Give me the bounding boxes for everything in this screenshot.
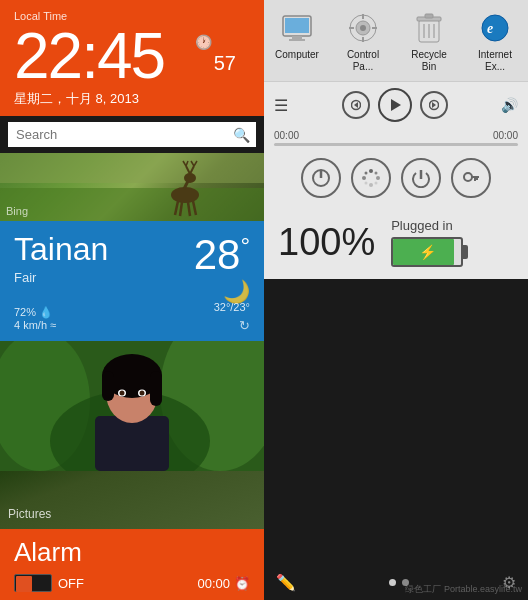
control-panel-label: Control Pa...	[338, 49, 388, 73]
time-total: 00:00	[493, 130, 518, 141]
dot-indicator-1	[389, 579, 396, 586]
weather-temp-unit: °	[240, 232, 250, 259]
svg-point-58	[362, 176, 366, 180]
control-buttons	[264, 150, 528, 206]
svg-rect-0	[0, 153, 264, 183]
svg-marker-50	[391, 99, 401, 111]
pictures-background	[0, 341, 264, 529]
weather-wind: 4 km/h ≈	[14, 319, 56, 331]
control-panel-icon-image	[345, 10, 381, 46]
svg-point-35	[360, 25, 366, 31]
key-button[interactable]	[451, 158, 491, 198]
weather-humidity: 72% 💧	[14, 306, 56, 319]
search-input[interactable]	[8, 122, 256, 147]
recycle-bin-icon[interactable]: Recycle Bin	[404, 10, 454, 73]
computer-icon[interactable]: Computer	[272, 10, 322, 73]
svg-point-28	[140, 391, 145, 396]
clock-date: 星期二，十月 8, 2013	[14, 90, 250, 108]
right-panel: Computer Control Pa...	[264, 0, 528, 600]
dark-section: ✏️ ⚙ 绿色工厂 Portable.easylife.tw	[264, 279, 528, 600]
battery-tip	[463, 245, 468, 259]
alarm-time: 00:00 ⏰	[197, 576, 250, 591]
recycle-bin-label: Recycle Bin	[404, 49, 454, 73]
svg-point-59	[375, 172, 378, 175]
pictures-tile: Pictures	[0, 341, 264, 529]
computer-label: Computer	[275, 49, 319, 61]
weather-tile: Tainan Fair 28° 🌙 32°/23° 72% 💧 4 km/h ≈…	[0, 221, 264, 341]
svg-marker-52	[432, 102, 436, 108]
playlist-icon[interactable]: ☰	[274, 96, 288, 115]
alarm-time-value: 00:00	[197, 576, 230, 591]
alarm-title: Alarm	[14, 537, 250, 568]
svg-rect-32	[289, 39, 305, 41]
battery-percentage: 100%	[278, 221, 375, 264]
svg-rect-39	[372, 27, 377, 29]
power-standby-button[interactable]	[301, 158, 341, 198]
alarm-toggle[interactable]: OFF	[14, 574, 84, 592]
alarm-row: OFF 00:00 ⏰	[14, 574, 250, 592]
svg-rect-30	[285, 18, 309, 33]
weather-range: 32°/23°	[214, 301, 250, 313]
search-bar: 🔍	[0, 116, 264, 153]
progress-bar[interactable]	[274, 143, 518, 146]
svg-rect-36	[362, 14, 364, 19]
power-off-button[interactable]	[401, 158, 441, 198]
time-elapsed: 00:00	[274, 130, 299, 141]
battery-status: Plugged in	[391, 218, 463, 233]
left-panel: Local Time 22:45 🕐 57 星期二，十月 8, 2013 🔍	[0, 0, 264, 600]
control-panel-icon[interactable]: Control Pa...	[338, 10, 388, 73]
battery-body: ⚡	[391, 237, 463, 267]
svg-point-62	[365, 172, 368, 175]
internet-explorer-icon[interactable]: e Internet Ex...	[470, 10, 520, 73]
svg-rect-1	[0, 188, 264, 221]
play-button[interactable]	[378, 88, 412, 122]
clock-watch-icon: 🕐	[195, 34, 212, 50]
progress-section: 00:00 00:00	[264, 128, 528, 150]
clock-tile: Local Time 22:45 🕐 57 星期二，十月 8, 2013	[0, 0, 264, 116]
desktop-icons-area: Computer Control Pa...	[264, 0, 528, 81]
recycle-bin-icon-image	[411, 10, 447, 46]
battery-info: Plugged in ⚡	[391, 218, 463, 267]
bing-label: Bing	[6, 205, 28, 217]
settings-left-icon[interactable]: ✏️	[276, 573, 296, 592]
svg-point-8	[184, 173, 196, 183]
toggle-thumb	[16, 576, 32, 592]
loading-spinner-button[interactable]	[351, 158, 391, 198]
svg-text:e: e	[487, 21, 493, 36]
watermark: 绿色工厂 Portable.easylife.tw	[405, 583, 522, 596]
svg-rect-31	[292, 36, 302, 39]
svg-point-64	[464, 173, 472, 181]
toggle-track[interactable]	[14, 574, 52, 592]
svg-marker-49	[354, 102, 358, 108]
search-icon: 🔍	[233, 127, 250, 143]
prev-button[interactable]	[342, 91, 370, 119]
svg-rect-23	[102, 371, 114, 401]
svg-rect-42	[425, 14, 433, 18]
progress-times: 00:00 00:00	[274, 130, 518, 141]
clock-time: 22:45	[14, 24, 164, 88]
alarm-off-label: OFF	[58, 576, 84, 591]
volume-icon[interactable]: 🔊	[501, 97, 518, 113]
internet-explorer-label: Internet Ex...	[470, 49, 520, 73]
svg-point-27	[120, 391, 125, 396]
alarm-clock-icon: ⏰	[234, 576, 250, 591]
bing-background	[0, 153, 264, 221]
battery-charge-icon: ⚡	[419, 244, 436, 260]
svg-point-57	[369, 183, 373, 187]
pictures-label: Pictures	[8, 507, 51, 521]
bing-photo-tile: Bing	[0, 153, 264, 221]
svg-rect-38	[349, 27, 354, 29]
internet-explorer-icon-image: e	[477, 10, 513, 46]
svg-rect-24	[150, 371, 162, 406]
weather-temperature: 28°	[194, 231, 250, 279]
weather-temp-value: 28	[194, 231, 241, 278]
svg-point-60	[375, 182, 378, 185]
svg-rect-19	[95, 416, 169, 471]
weather-details: 72% 💧 4 km/h ≈	[14, 306, 56, 331]
svg-point-56	[376, 176, 380, 180]
weather-refresh-icon[interactable]: ↻	[239, 318, 250, 333]
computer-icon-image	[279, 10, 315, 46]
next-button[interactable]	[420, 91, 448, 119]
svg-point-61	[365, 182, 368, 185]
clock-seconds: 57	[214, 52, 236, 75]
